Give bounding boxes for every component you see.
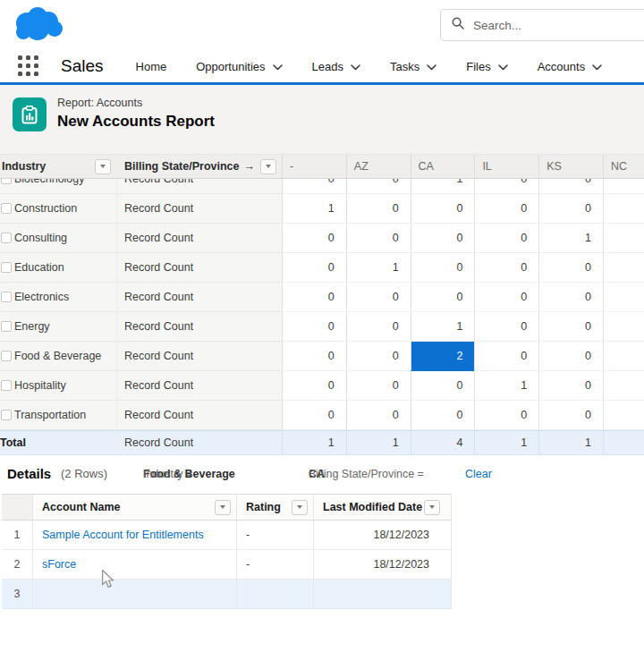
row-checkbox[interactable]: [1, 262, 12, 273]
pivot-cell[interactable]: 0: [346, 342, 411, 371]
row-checkbox[interactable]: [1, 292, 12, 302]
pivot-cell[interactable]: 0: [538, 194, 603, 224]
pivot-cell[interactable]: 0: [346, 312, 411, 342]
account-name-header: Account Name: [32, 494, 236, 521]
nav-item-label: Leads: [312, 60, 343, 73]
pivot-cell[interactable]: 0: [603, 224, 644, 253]
row-checkbox[interactable]: [1, 233, 12, 243]
nav-item-files[interactable]: Files: [466, 60, 507, 73]
pivot-cell[interactable]: 0: [282, 283, 346, 312]
pivot-cell[interactable]: 0: [346, 194, 411, 224]
pivot-cell[interactable]: 0: [411, 401, 475, 430]
pivot-cell[interactable]: 1: [474, 371, 538, 401]
row-checkbox[interactable]: [1, 321, 12, 332]
pivot-cell[interactable]: 0: [282, 371, 346, 401]
pivot-cell[interactable]: 1: [282, 194, 346, 224]
pivot-cell[interactable]: 0: [603, 401, 644, 430]
pivot-cell[interactable]: 0: [282, 342, 346, 371]
filter-chip-billing-state: Billing State/Province = CA: [309, 456, 325, 492]
row-checkbox[interactable]: [1, 179, 12, 184]
pivot-cell[interactable]: 0: [603, 342, 644, 371]
pivot-row-label: Total: [0, 430, 116, 455]
pivot-cell[interactable]: 0: [474, 283, 538, 312]
details-row-3: 3: [2, 580, 452, 609]
row-checkbox[interactable]: [1, 410, 12, 420]
clear-filters-link[interactable]: Clear: [465, 456, 492, 492]
pivot-cell[interactable]: 0: [346, 283, 411, 312]
rating-header: Rating: [236, 494, 313, 521]
last-modified-cell: 18/12/2023: [313, 550, 452, 580]
pivot-cell[interactable]: 0: [603, 283, 644, 312]
app-launcher-icon[interactable]: [18, 55, 39, 77]
pivot-cell[interactable]: 0: [411, 194, 475, 224]
industry-label: Education: [14, 261, 64, 274]
pivot-cell[interactable]: 0: [474, 401, 538, 430]
nav-item-opportunities[interactable]: Opportunities: [196, 60, 282, 73]
pivot-cell[interactable]: 0: [282, 253, 346, 283]
last-modified-filter-dropdown-icon[interactable]: [424, 500, 440, 515]
account-link[interactable]: sForce: [42, 558, 76, 571]
pivot-cell[interactable]: 0: [603, 194, 644, 224]
row-checkbox[interactable]: [1, 203, 12, 214]
pivot-cell[interactable]: 0: [474, 224, 538, 253]
pivot-cell[interactable]: 0: [411, 224, 475, 253]
pivot-cell[interactable]: 0: [411, 253, 475, 283]
account-link[interactable]: Sample Account for Entitlements: [42, 529, 204, 541]
row-checkbox[interactable]: [1, 380, 12, 391]
rating-filter-dropdown-icon[interactable]: [292, 500, 308, 515]
pivot-cell[interactable]: 0: [346, 224, 411, 253]
pivot-cell[interactable]: 0: [538, 342, 603, 371]
nav-item-accounts[interactable]: Accounts: [538, 60, 602, 73]
pivot-cell[interactable]: 0: [282, 312, 346, 342]
account-name-cell: Sample Account for Entitlements: [32, 521, 236, 550]
nav-item-label: Opportunities: [196, 60, 265, 73]
details-title: Details: [7, 456, 51, 492]
pivot-cell[interactable]: 1: [411, 179, 475, 194]
billing-state-filter-dropdown-icon[interactable]: [260, 159, 276, 174]
industry-filter-dropdown-icon[interactable]: [95, 159, 111, 174]
pivot-cell[interactable]: 0: [474, 179, 538, 194]
pivot-cell[interactable]: 1: [411, 312, 475, 342]
filter-field-label: Industry =: [143, 456, 192, 492]
pivot-cell[interactable]: 0: [411, 371, 475, 401]
pivot-cell[interactable]: 0: [282, 179, 346, 194]
pivot-cell-selected[interactable]: 2: [411, 342, 475, 371]
industry-label: Biotechnology: [14, 179, 85, 185]
pivot-cell[interactable]: 0: [603, 179, 644, 194]
pivot-cell[interactable]: 0: [282, 401, 346, 430]
pivot-cell[interactable]: 0: [474, 312, 538, 342]
pivot-cell[interactable]: 0: [411, 283, 475, 312]
pivot-cell[interactable]: 0: [474, 253, 538, 283]
row-checkbox[interactable]: [1, 351, 12, 361]
pivot-cell[interactable]: 0: [282, 224, 346, 253]
pivot-cell[interactable]: 0: [603, 253, 644, 283]
pivot-row-label: Consulting: [0, 224, 116, 253]
billing-state-header-label: Billing State/Province: [124, 160, 240, 173]
pivot-cell[interactable]: 0: [346, 401, 411, 430]
pivot-col-header-: -: [282, 154, 346, 179]
search-input[interactable]: [471, 18, 609, 33]
pivot-cell[interactable]: 0: [346, 179, 411, 194]
arrow-right-icon: →: [244, 160, 256, 173]
pivot-cell[interactable]: 0: [474, 194, 538, 224]
pivot-cell[interactable]: 0: [603, 371, 644, 401]
pivot-cell[interactable]: 0: [538, 179, 603, 194]
pivot-cell[interactable]: 0: [538, 253, 603, 283]
pivot-cell[interactable]: 0: [538, 371, 603, 401]
pivot-cell[interactable]: 0: [538, 283, 603, 312]
nav-item-leads[interactable]: Leads: [312, 60, 360, 73]
nav-item-home[interactable]: Home: [136, 60, 167, 73]
industry-label: Consulting: [14, 232, 67, 244]
pivot-cell: 1: [346, 430, 411, 455]
account-name-filter-dropdown-icon[interactable]: [215, 500, 231, 515]
nav-item-tasks[interactable]: Tasks: [390, 60, 436, 73]
rating-header-label: Rating: [246, 501, 281, 513]
pivot-cell[interactable]: 1: [346, 253, 411, 283]
pivot-cell[interactable]: 0: [538, 401, 603, 430]
pivot-cell[interactable]: 0: [474, 342, 538, 371]
pivot-cell[interactable]: 1: [538, 224, 603, 253]
pivot-cell[interactable]: 0: [346, 371, 411, 401]
pivot-cell[interactable]: 0: [603, 312, 644, 342]
measure-label: Record Count: [116, 224, 282, 253]
pivot-cell[interactable]: 0: [538, 312, 603, 342]
